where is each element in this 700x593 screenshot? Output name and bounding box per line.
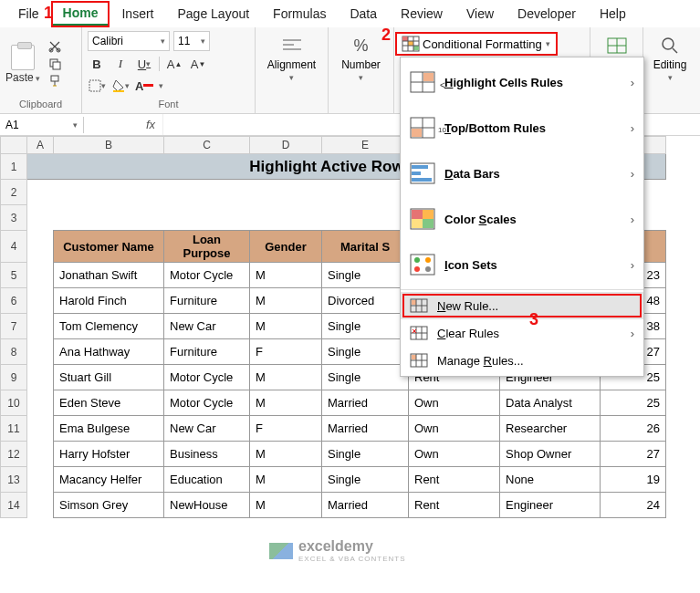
menu-data-bars[interactable]: Data Bars ›: [401, 151, 643, 196]
cell-marital[interactable]: Married: [322, 390, 409, 416]
cell-purpose[interactable]: NewHouse: [164, 493, 250, 518]
cell-name[interactable]: Eden Steve: [54, 390, 164, 416]
cell-tenure[interactable]: Own: [409, 416, 500, 442]
cell-name[interactable]: Harry Hofster: [54, 442, 164, 467]
select-all-corner[interactable]: [1, 137, 27, 154]
fx-icon[interactable]: fx: [139, 118, 162, 131]
cell-marital[interactable]: Single: [322, 263, 409, 288]
bold-button[interactable]: B: [88, 55, 106, 73]
cell-marital[interactable]: Single: [322, 467, 409, 493]
cell-gender[interactable]: M: [250, 263, 322, 288]
row-2[interactable]: 2: [1, 180, 27, 205]
font-color-button[interactable]: A: [135, 77, 153, 95]
tab-home[interactable]: Home: [52, 2, 110, 26]
hdr-loan-purpose[interactable]: Loan Purpose: [164, 231, 250, 263]
menu-highlight-cells-rules[interactable]: < Highlight Cells Rules ›: [401, 59, 643, 105]
cell-age[interactable]: 25: [601, 390, 666, 416]
menu-clear-rules[interactable]: Clear Rules ›: [401, 319, 643, 347]
cell-name[interactable]: Ana Hathway: [54, 339, 164, 365]
hdr-gender[interactable]: Gender: [250, 231, 322, 263]
col-E[interactable]: E: [322, 137, 409, 154]
row-14[interactable]: 14: [1, 493, 27, 518]
row-12[interactable]: 12: [1, 442, 27, 467]
cell-purpose[interactable]: New Car: [164, 416, 250, 442]
alignment-button[interactable]: Alignment ▾: [261, 31, 322, 86]
tab-insert[interactable]: Insert: [110, 3, 164, 25]
cut-icon[interactable]: [47, 39, 62, 54]
number-format-button[interactable]: % Number ▾: [334, 31, 388, 86]
row-3[interactable]: 3: [1, 205, 27, 231]
col-A[interactable]: A: [27, 137, 54, 154]
cell-name[interactable]: Tom Clemency: [54, 314, 164, 339]
cell-profession[interactable]: Researcher: [500, 416, 601, 442]
copy-icon[interactable]: [47, 57, 62, 71]
cell-age[interactable]: 27: [601, 442, 666, 467]
cell-purpose[interactable]: Motor Cycle: [164, 365, 250, 390]
cell-name[interactable]: Harold Finch: [54, 288, 164, 314]
increase-font-button[interactable]: A▲: [165, 55, 183, 73]
cell-profession[interactable]: Data Analyst: [500, 390, 601, 416]
menu-icon-sets[interactable]: Icon Sets ›: [401, 242, 643, 287]
paste-icon[interactable]: [11, 45, 35, 70]
cell-profession[interactable]: Engineer: [500, 493, 601, 518]
row-7[interactable]: 7: [1, 314, 27, 339]
tab-view[interactable]: View: [455, 3, 505, 25]
cell-gender[interactable]: M: [250, 288, 322, 314]
cell-purpose[interactable]: Education: [164, 467, 250, 493]
cell-gender[interactable]: M: [250, 390, 322, 416]
decrease-font-button[interactable]: A▼: [189, 55, 207, 73]
col-C[interactable]: C: [164, 137, 250, 154]
cell-purpose[interactable]: Furniture: [164, 339, 250, 365]
col-D[interactable]: D: [250, 137, 322, 154]
format-painter-icon[interactable]: [47, 74, 62, 88]
row-10[interactable]: 10: [1, 390, 27, 416]
hdr-customer-name[interactable]: Customer Name: [54, 231, 164, 263]
cell-purpose[interactable]: Business: [164, 442, 250, 467]
row-8[interactable]: 8: [1, 339, 27, 365]
row-6[interactable]: 6: [1, 288, 27, 314]
cell-gender[interactable]: M: [250, 314, 322, 339]
cell-purpose[interactable]: Furniture: [164, 288, 250, 314]
cell-purpose[interactable]: Motor Cycle: [164, 263, 250, 288]
col-B[interactable]: B: [54, 137, 164, 154]
paste-button[interactable]: Paste ▾: [5, 71, 40, 84]
cell-gender[interactable]: M: [250, 442, 322, 467]
cell-tenure[interactable]: Own: [409, 442, 500, 467]
cell-purpose[interactable]: New Car: [164, 314, 250, 339]
cell-marital[interactable]: Divorced: [322, 288, 409, 314]
row-4[interactable]: 4: [1, 231, 27, 263]
tab-developer[interactable]: Developer: [507, 3, 587, 25]
tab-data[interactable]: Data: [339, 3, 388, 25]
italic-button[interactable]: I: [111, 55, 130, 73]
row-5[interactable]: 5: [1, 263, 27, 288]
cell-marital[interactable]: Single: [322, 314, 409, 339]
menu-top-bottom-rules[interactable]: 10 Top/Bottom Rules ›: [401, 105, 643, 151]
tab-review[interactable]: Review: [390, 3, 454, 25]
cell-age[interactable]: 24: [601, 493, 666, 518]
tab-formulas[interactable]: Formulas: [262, 3, 337, 25]
cell-gender[interactable]: F: [250, 416, 322, 442]
font-size-select[interactable]: 11▾: [173, 31, 210, 51]
name-box[interactable]: A1▾: [0, 117, 84, 133]
cell-name[interactable]: Stuart Gill: [54, 365, 164, 390]
cell-marital[interactable]: Single: [322, 339, 409, 365]
cell-name[interactable]: Jonathan Swift: [54, 263, 164, 288]
font-name-select[interactable]: Calibri▾: [88, 31, 170, 51]
cell-gender[interactable]: M: [250, 493, 322, 518]
row-9[interactable]: 9: [1, 365, 27, 390]
cell-marital[interactable]: Single: [322, 442, 409, 467]
cell-profession[interactable]: None: [500, 467, 601, 493]
cell-name[interactable]: Simson Grey: [54, 493, 164, 518]
tab-help[interactable]: Help: [589, 3, 637, 25]
hdr-marital[interactable]: Marital S: [322, 231, 409, 263]
cell-profession[interactable]: Shop Owner: [500, 442, 601, 467]
tab-page-layout[interactable]: Page Layout: [166, 3, 260, 25]
cell-gender[interactable]: F: [250, 339, 322, 365]
cell-purpose[interactable]: Motor Cycle: [164, 390, 250, 416]
menu-color-scales[interactable]: Color Scales ›: [401, 196, 643, 242]
cell-tenure[interactable]: Rent: [409, 467, 500, 493]
cell-marital[interactable]: Single: [322, 365, 409, 390]
cell-age[interactable]: 19: [601, 467, 666, 493]
cell-tenure[interactable]: Rent: [409, 493, 500, 518]
row-1[interactable]: 1: [1, 154, 27, 180]
